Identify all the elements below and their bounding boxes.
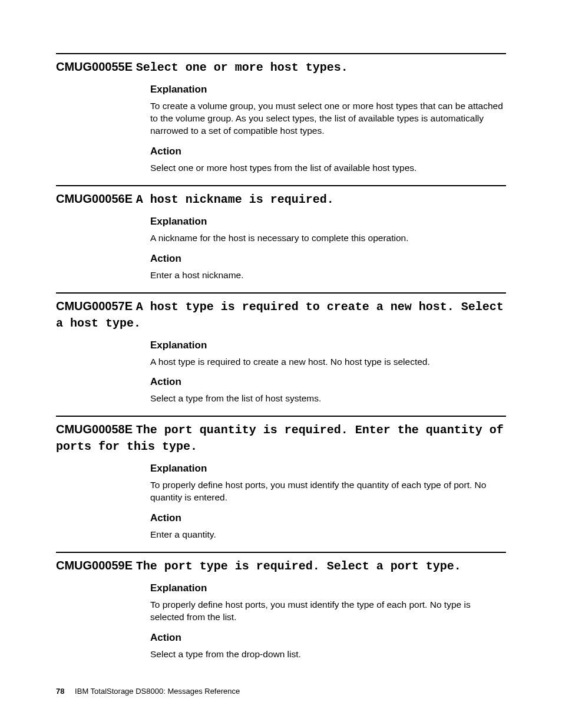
book-title: IBM TotalStorage DS8000: Messages Refere… [75, 687, 240, 696]
action-heading: Action [150, 253, 506, 265]
error-code: CMUG00055E [56, 60, 133, 73]
message-entry: CMUG00057E A host type is required to cr… [56, 292, 506, 406]
explanation-heading: Explanation [150, 340, 506, 351]
explanation-heading: Explanation [150, 216, 506, 228]
explanation-text: To properly define host ports, you must … [150, 599, 506, 624]
explanation-section: Explanation To create a volume group, yo… [150, 84, 506, 137]
explanation-section: Explanation To properly define host port… [150, 463, 506, 504]
entry-header: CMUG00058E The port quantity is required… [56, 421, 506, 454]
action-section: Action Select a type from the drop-down … [150, 632, 506, 661]
message-entry: CMUG00058E The port quantity is required… [56, 416, 506, 541]
action-text: Select one or more host types from the l… [150, 162, 506, 174]
action-text: Enter a quantity. [150, 529, 506, 541]
action-heading: Action [150, 146, 506, 157]
explanation-section: Explanation A host type is required to c… [150, 340, 506, 368]
explanation-section: Explanation A nickname for the host is n… [150, 216, 506, 245]
entry-header: CMUG00055E Select one or more host types… [56, 59, 506, 75]
action-text: Enter a host nickname. [150, 269, 506, 282]
action-section: Action Enter a quantity. [150, 512, 506, 541]
action-text: Select a type from the drop-down list. [150, 648, 506, 661]
action-text: Select a type from the list of host syst… [150, 393, 506, 405]
error-code: CMUG00059E [56, 559, 133, 572]
document-page: CMUG00055E Select one or more host types… [0, 0, 562, 695]
error-code: CMUG00058E [56, 423, 133, 436]
explanation-text: A nickname for the host is necessary to … [150, 232, 506, 245]
error-message: Select one or more host types. [136, 61, 348, 74]
entry-header: CMUG00056E A host nickname is required. [56, 191, 506, 207]
action-section: Action Select one or more host types fro… [150, 146, 506, 174]
message-entry: CMUG00056E A host nickname is required. … [56, 185, 506, 282]
explanation-text: To properly define host ports, you must … [150, 479, 506, 504]
page-footer: 78 IBM TotalStorage DS8000: Messages Ref… [56, 687, 240, 696]
action-heading: Action [150, 376, 506, 388]
explanation-heading: Explanation [150, 463, 506, 475]
action-section: Action Select a type from the list of ho… [150, 376, 506, 405]
explanation-heading: Explanation [150, 84, 506, 95]
entry-header: CMUG00057E A host type is required to cr… [56, 298, 506, 331]
entry-header: CMUG00059E The port type is required. Se… [56, 558, 506, 574]
error-message: A host nickname is required. [136, 193, 334, 206]
action-section: Action Enter a host nickname. [150, 253, 506, 282]
error-message: The port type is required. Select a port… [136, 559, 461, 573]
page-number: 78 [56, 687, 64, 696]
error-code: CMUG00057E [56, 299, 133, 312]
message-entry: CMUG00055E Select one or more host types… [56, 53, 506, 174]
explanation-heading: Explanation [150, 582, 506, 594]
action-heading: Action [150, 632, 506, 644]
explanation-section: Explanation To properly define host port… [150, 582, 506, 624]
explanation-text: A host type is required to create a new … [150, 356, 506, 368]
error-code: CMUG00056E [56, 192, 133, 205]
explanation-text: To create a volume group, you must selec… [150, 100, 506, 137]
message-entry: CMUG00059E The port type is required. Se… [56, 552, 506, 661]
action-heading: Action [150, 512, 506, 524]
